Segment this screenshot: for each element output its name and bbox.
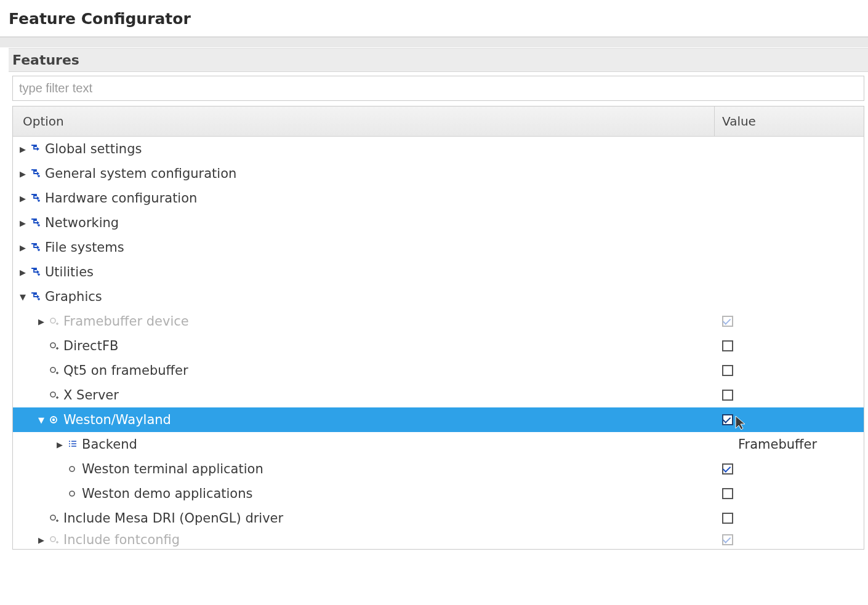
features-panel-title: Features [9,48,868,72]
section-icon [29,193,42,203]
page-title: Feature Configurator [0,0,868,36]
tree-item-label: Weston demo applications [81,486,252,501]
value-checkbox[interactable] [722,414,733,425]
tree-item-label: Include Mesa DRI (OpenGL) driver [62,511,283,526]
section-icon [29,218,42,228]
tree-item-label: General system configuration [44,166,236,181]
section-icon [29,267,42,277]
list-icon [66,439,79,449]
tree-item-label: File systems [44,240,124,255]
option-icon [47,316,61,326]
tree-item-label: Weston terminal application [81,462,263,476]
chevron-down-icon[interactable]: ▼ [17,292,29,302]
option-icon [47,390,61,400]
radio-selected-icon [47,415,61,425]
tree-item-label: Hardware configuration [44,191,197,206]
tree-item-label: DirectFB [62,339,118,353]
twisty-placeholder: ▶ [35,366,47,375]
tree-item-networking[interactable]: ▶ Networking [13,210,864,235]
tree-item-weston-wayland[interactable]: ▼ Weston/Wayland [13,407,864,432]
filter-wrap [9,72,868,106]
tree-item-x-server[interactable]: ▶ X Server [13,383,864,407]
column-headers: Option Value [13,106,864,137]
value-checkbox[interactable] [722,390,733,401]
tree-item-label: Networking [44,215,119,230]
value-text[interactable]: Framebuffer [722,437,817,452]
twisty-placeholder: ▶ [35,342,47,351]
features-panel: Features Option Value ▶ Global settings [9,48,868,550]
tree-item-label: Weston/Wayland [62,412,171,427]
section-icon [29,292,42,302]
filter-input[interactable] [12,76,864,101]
twisty-placeholder: ▶ [35,514,47,523]
option-icon [66,489,79,499]
chevron-right-icon[interactable]: ▶ [17,169,29,178]
tree-item-backend[interactable]: ▶ Backend Framebuffer [13,432,864,457]
value-checkbox [722,534,733,545]
tree-item-weston-terminal-application[interactable]: ▶ Weston terminal application [13,457,864,481]
chevron-right-icon[interactable]: ▶ [17,243,29,252]
section-icon [29,144,42,154]
tree-item-label: Graphics [44,289,102,304]
tree-item-general-system-configuration[interactable]: ▶ General system configuration [13,161,864,186]
option-icon [47,341,61,351]
column-option-header[interactable]: Option [13,106,715,136]
value-checkbox[interactable] [722,513,733,524]
chevron-right-icon[interactable]: ▶ [17,194,29,203]
option-icon [66,464,79,474]
cursor-icon [734,415,748,431]
chevron-right-icon[interactable]: ▶ [35,535,47,545]
tree-item-utilities[interactable]: ▶ Utilities [13,260,864,284]
tree-item-global-settings[interactable]: ▶ Global settings [13,137,864,161]
tree-item-qt5-on-framebuffer[interactable]: ▶ Qt5 on framebuffer [13,358,864,383]
column-value-header[interactable]: Value [715,106,864,136]
twisty-placeholder: ▶ [54,465,66,474]
chevron-right-icon[interactable]: ▶ [17,268,29,277]
twisty-placeholder: ▶ [35,391,47,400]
tree-item-weston-demo-applications[interactable]: ▶ Weston demo applications [13,481,864,506]
chevron-right-icon[interactable]: ▶ [35,317,47,326]
tree-item-hardware-configuration[interactable]: ▶ Hardware configuration [13,186,864,210]
value-checkbox[interactable] [722,488,733,499]
option-icon [47,366,61,375]
twisty-placeholder: ▶ [54,489,66,499]
chevron-down-icon[interactable]: ▼ [35,415,47,425]
tree-item-include-fontconfig[interactable]: ▶ Include fontconfig [13,531,864,549]
value-checkbox[interactable] [722,340,733,351]
chevron-right-icon[interactable]: ▶ [54,440,66,449]
top-spacer-bar [0,37,868,48]
tree-item-label: Qt5 on framebuffer [62,363,188,378]
tree-item-label: Include fontconfig [62,532,180,547]
section-icon [29,169,42,178]
tree-item-file-systems[interactable]: ▶ File systems [13,235,864,260]
chevron-right-icon[interactable]: ▶ [17,145,29,154]
tree-item-graphics[interactable]: ▼ Graphics [13,284,864,309]
option-icon [47,535,61,545]
tree-rows: ▶ Global settings ▶ General system confi… [13,137,864,549]
value-checkbox[interactable] [722,365,733,376]
tree-item-framebuffer-device[interactable]: ▶ Framebuffer device [13,309,864,334]
tree-item-label: Utilities [44,265,94,279]
value-checkbox [722,316,733,327]
tree-item-label: Backend [81,437,137,452]
chevron-right-icon[interactable]: ▶ [17,218,29,228]
tree-table: Option Value ▶ Global settings ▶ [12,106,864,550]
tree-item-label: Global settings [44,142,142,156]
tree-item-directfb[interactable]: ▶ DirectFB [13,334,864,358]
section-icon [29,242,42,252]
option-icon [47,513,61,523]
value-checkbox[interactable] [722,463,733,475]
tree-item-label: X Server [62,388,119,403]
tree-item-include-mesa-dri[interactable]: ▶ Include Mesa DRI (OpenGL) driver [13,506,864,531]
tree-item-label: Framebuffer device [62,314,189,329]
